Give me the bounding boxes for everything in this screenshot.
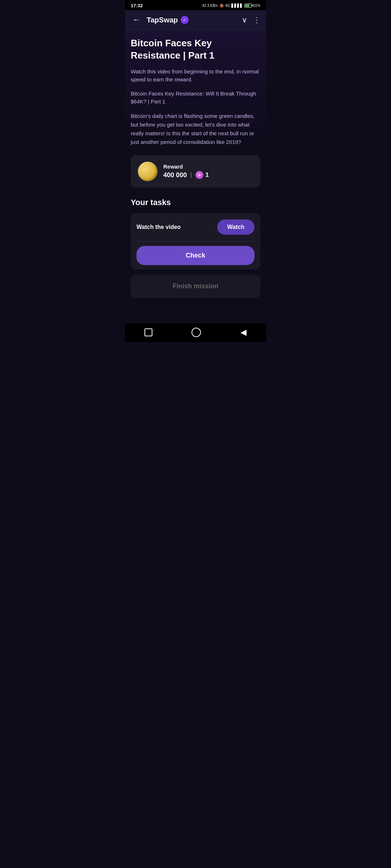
reward-card: Reward 400 000 | 1 <box>131 155 260 188</box>
home-icon[interactable] <box>192 328 201 337</box>
article-title: Bitcoin Faces Key Resistance | Part 1 <box>131 37 260 62</box>
system-back-icon[interactable]: ◀ <box>240 328 247 337</box>
tasks-section-title: Your tasks <box>131 198 260 207</box>
ticket-count: 1 <box>205 171 209 179</box>
battery-percent: 61% <box>253 4 260 8</box>
article-subtitle: Bitcoin Faces Key Resistance: Will It Br… <box>131 90 260 106</box>
header-title-area: TapSwap ✓ <box>147 16 237 24</box>
network-type: 4G <box>225 4 230 8</box>
reward-ticket: 1 <box>196 171 209 179</box>
finish-mission-card: Finish mission <box>131 275 260 298</box>
battery-icon <box>244 4 252 8</box>
main-content: Bitcoin Faces Key Resistance | Part 1 Wa… <box>125 30 266 323</box>
reward-coin-icon <box>138 162 157 181</box>
reward-info: Reward 400 000 | 1 <box>163 163 209 179</box>
task-label: Watch the video <box>136 224 181 230</box>
check-button[interactable]: Check <box>136 246 255 265</box>
status-bar: 17:32 42.3 KB/s 🔕 4G ▋▋▋▋ 61% <box>125 0 266 10</box>
article-body: Bitcoin's daily chart is flashing some g… <box>131 112 260 146</box>
verified-badge: ✓ <box>181 16 189 24</box>
ticket-icon <box>196 171 203 179</box>
more-options-icon[interactable]: ⋮ <box>253 16 260 24</box>
verified-icon: ✓ <box>183 17 186 22</box>
article-instruction: Watch this video from beginning to the e… <box>131 68 260 84</box>
reward-values: 400 000 | 1 <box>163 171 209 179</box>
network-speed: 42.3 KB/s <box>202 4 218 8</box>
watch-button[interactable]: Watch <box>217 220 255 235</box>
nav-bar: ◀ <box>125 323 266 342</box>
chevron-down-icon[interactable]: ∨ <box>242 16 247 24</box>
status-icons: 42.3 KB/s 🔕 4G ▋▋▋▋ 61% <box>202 4 260 8</box>
signal-bars-icon: ▋▋▋▋ <box>231 4 243 8</box>
app-header: ← TapSwap ✓ ∨ ⋮ <box>125 10 266 30</box>
task-divider <box>136 241 255 242</box>
recent-apps-icon[interactable] <box>144 328 152 336</box>
task-row: Watch the video Watch <box>131 213 260 241</box>
header-actions: ∨ ⋮ <box>242 16 260 24</box>
mute-icon: 🔕 <box>219 4 224 8</box>
back-button[interactable]: ← <box>131 15 142 25</box>
task-card: Watch the video Watch Check <box>131 213 260 269</box>
reward-label: Reward <box>163 163 209 170</box>
finish-mission-label: Finish mission <box>173 282 218 290</box>
status-time: 17:32 <box>131 3 143 8</box>
reward-separator: | <box>190 172 192 178</box>
reward-coins: 400 000 <box>163 171 187 179</box>
header-title: TapSwap <box>147 16 178 24</box>
